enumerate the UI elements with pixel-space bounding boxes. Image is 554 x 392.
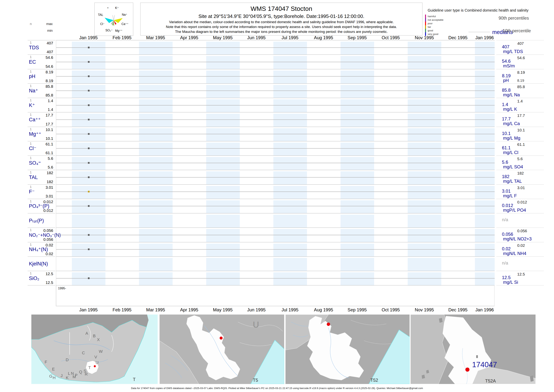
drainage-region-letter: X: [97, 337, 100, 342]
min-value: 0.056: [43, 237, 53, 242]
month-label: May 1995: [213, 35, 233, 40]
map-catchment-t5: U T5: [159, 315, 284, 384]
month-shading-band: [72, 215, 105, 228]
median-value: 0.056: [502, 232, 513, 237]
median-value: 85.8: [502, 88, 511, 93]
param-stats-cell: 10.056NO₂⁻+NO₃⁻(N)0.056: [28, 228, 55, 242]
month-label: Apr 1995: [180, 307, 198, 313]
p90-legend-label: 90th percentiles: [499, 16, 529, 21]
median-line: [56, 191, 495, 192]
site-subtitle: Site at 29°51'34.9"E 30°04'05.9"S, type:…: [140, 14, 422, 19]
guideline-class-label: fair: [428, 26, 431, 28]
month-shading-band: [408, 229, 441, 242]
drainage-region-letter: B: [93, 334, 96, 338]
month-shading-band: [340, 114, 374, 127]
drainage-region-letter: J: [61, 373, 63, 378]
month-shading-band: [340, 56, 374, 69]
param-name: Cl⁻: [29, 145, 36, 151]
median-line: [56, 62, 495, 62]
note-variation: Variation about the median, colour-coded…: [140, 20, 422, 24]
unit-label: mS/m: [503, 63, 515, 69]
month-shading-band: [340, 128, 374, 141]
month-shading-band: [206, 42, 240, 55]
param-row-panel: [56, 127, 495, 141]
month-shading-band: [475, 128, 495, 141]
guideline-class-swatch: [425, 29, 426, 32]
month-shading-band: [273, 42, 307, 55]
param-stats-cell: 112.5SiO₂12.5: [28, 271, 55, 285]
drainage-region-letter: U: [96, 360, 98, 365]
median-line: [56, 235, 495, 235]
guideline-class-swatch: [425, 25, 426, 29]
p90-value: 0.02: [517, 243, 525, 248]
sample-count: 1: [30, 55, 32, 59]
month-shading-band: [340, 171, 374, 184]
param-name: EC: [29, 59, 36, 65]
param-row-panel: [56, 257, 495, 271]
param-name: pH: [29, 74, 35, 79]
median-line: [56, 76, 495, 77]
param-row-panel: [56, 155, 495, 170]
stats-annotation-cell: 0.020.02mgN/L NH4: [496, 242, 544, 257]
param-name: SiO₂: [29, 275, 39, 281]
p90-value: 17.7: [517, 113, 525, 118]
maucha-diagram-box: * K⁺ TAL Na⁺ Cl⁻ Ca⁺⁺ SO₄⁼ Mg⁺⁺: [94, 3, 133, 36]
month-shading-band: [139, 258, 173, 271]
month-shading-band: [206, 56, 240, 69]
data-point: [88, 104, 90, 106]
month-shading-band: [408, 200, 441, 213]
month-shading-band: [475, 42, 495, 55]
stats-annotation-cell: 85.885.8mg/L Na: [496, 84, 544, 98]
month-shading-band: [139, 171, 173, 184]
page-title: WMS 174047 Stocton: [140, 5, 422, 12]
p90-value: 0.056: [517, 229, 527, 233]
median-line: [56, 134, 495, 134]
sample-count: 1: [30, 272, 32, 275]
month-shading-band: [475, 200, 495, 213]
month-shading-band: [273, 56, 307, 69]
month-shading-band: [139, 143, 173, 156]
month-shading-band: [273, 143, 307, 156]
month-label: Nov 1995: [415, 35, 434, 40]
param-name: KjelN(N): [29, 261, 48, 267]
min-value: 8.19: [46, 79, 53, 83]
min-value: 54.6: [46, 64, 53, 69]
param-row-panel: [56, 199, 495, 213]
param-name: NH₄⁺(N): [29, 246, 48, 252]
stats-annotation-cell: 12.512.5mg/L Si: [496, 271, 544, 285]
data-point: [88, 234, 90, 236]
data-point: [88, 61, 90, 63]
param-stats-cell: 1407TDS407: [28, 40, 55, 55]
stats-header-min: min: [39, 29, 53, 33]
min-value: 1.4: [48, 107, 53, 112]
month-shading-band: [340, 85, 374, 98]
month-shading-band: [273, 171, 307, 184]
max-value: 10.1: [46, 127, 53, 132]
month-label: Oct 1995: [381, 35, 400, 40]
p90-value: 12.5: [517, 272, 525, 276]
min-value: 182: [47, 180, 53, 184]
sample-count: 1: [30, 84, 32, 88]
param-row-panel: [56, 84, 495, 98]
month-shading-band: [475, 157, 495, 170]
month-shading-band: [273, 70, 307, 84]
unit-label: mgN/L NH4: [503, 251, 526, 256]
drainage-region-letter: T: [88, 365, 91, 370]
drainage-region-letter: L: [68, 371, 70, 376]
month-shading-band: [139, 229, 173, 242]
p90-value: 85.8: [517, 84, 525, 89]
median-line: [56, 278, 495, 279]
median-value: 407: [502, 44, 509, 49]
month-label: Feb 1995: [112, 307, 131, 313]
param-row-panel: [56, 98, 495, 112]
month-shading-band: [273, 99, 307, 112]
min-value: 0.02: [46, 252, 53, 256]
month-shading-band: [139, 272, 173, 285]
p90-value: 54.6: [517, 56, 525, 60]
guideline-class-label: harmful: [428, 15, 436, 18]
month-shading-band: [206, 157, 240, 170]
month-shading-band: [206, 272, 240, 285]
month-shading-band: [139, 85, 173, 98]
param-stats-cell: KjelN(N): [28, 257, 55, 271]
month-label: Jun 1995: [247, 35, 266, 40]
